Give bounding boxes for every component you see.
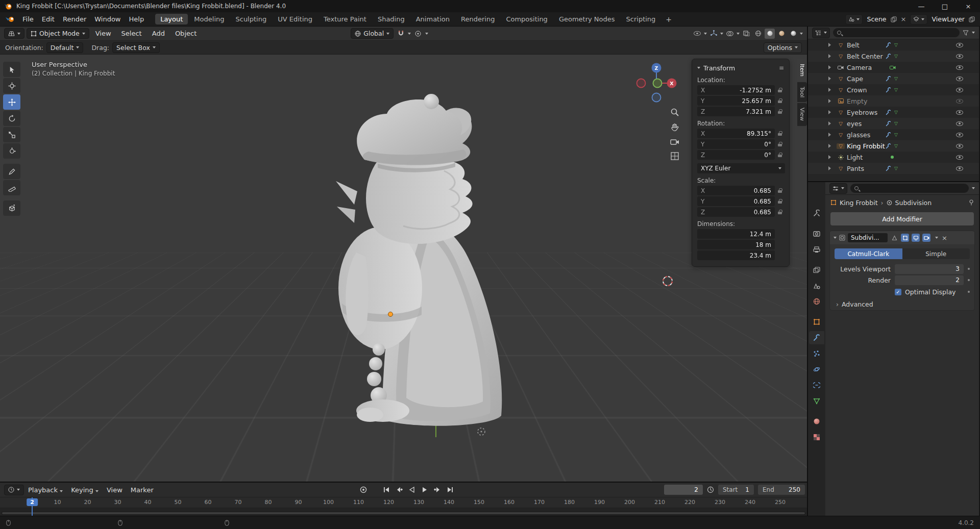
shading-options-dropdown[interactable] [800, 33, 803, 35]
timeline-track[interactable] [0, 508, 807, 516]
properties-tab-material[interactable] [809, 415, 824, 428]
expand-icon[interactable] [828, 43, 831, 47]
topbar-menu[interactable]: Window [90, 12, 125, 27]
hide-in-viewport-toggle[interactable] [956, 88, 963, 92]
transform-panel-header[interactable]: Transform ≡ [697, 63, 784, 73]
lock-icon[interactable] [778, 153, 782, 157]
animate-dot-icon[interactable] [968, 279, 970, 281]
expand-icon[interactable] [828, 121, 831, 125]
catmull-clark-button[interactable]: Catmull-Clark [835, 248, 902, 259]
unlink-scene-icon[interactable]: × [899, 15, 908, 23]
properties-tab-render[interactable] [809, 227, 824, 240]
levels-viewport-field[interactable]: 3 [895, 264, 964, 274]
workspace-tab[interactable]: Modeling [189, 14, 229, 24]
expand-icon[interactable] [828, 133, 831, 137]
viewlayer-browse-button[interactable] [910, 14, 927, 24]
expand-icon[interactable] [828, 88, 831, 92]
end-frame-field[interactable]: End250 [758, 485, 805, 495]
proportional-editing-toggle[interactable] [413, 29, 423, 39]
breadcrumb-object[interactable]: King Frobbit [840, 199, 878, 207]
chevron-down-icon[interactable] [720, 33, 723, 35]
scale-x-row[interactable]: X0.685 [697, 186, 784, 195]
playhead[interactable]: 2 [32, 497, 33, 516]
expand-icon[interactable] [828, 54, 831, 58]
properties-tab-output[interactable] [809, 243, 824, 256]
lock-icon[interactable] [778, 131, 782, 136]
dimensions-x-row[interactable]: 12.4 m [697, 229, 784, 239]
properties-editor-type-button[interactable] [829, 183, 847, 194]
workspace-tab[interactable]: Rendering [456, 14, 500, 24]
outliner-search-input[interactable] [833, 28, 960, 37]
scale-z-row[interactable]: Z0.685 [697, 207, 784, 217]
optimal-display-checkbox[interactable]: ✓ [895, 289, 901, 295]
outliner-item-light[interactable]: Light [808, 152, 979, 163]
expand-icon[interactable] [828, 155, 831, 159]
shading-solid-button[interactable] [765, 29, 775, 39]
orientation-dropdown[interactable]: Default [46, 42, 84, 53]
frame-ruler[interactable]: 1020304050607080901001101201301401501601… [0, 497, 807, 508]
editor-type-button[interactable] [4, 28, 24, 39]
blender-menu-icon[interactable] [5, 16, 15, 23]
copy-viewlayer-icon[interactable] [969, 16, 975, 22]
properties-tab-particles[interactable] [809, 347, 824, 360]
shading-material-button[interactable] [776, 29, 787, 39]
king-frobbit-model[interactable] [322, 84, 526, 441]
lock-icon[interactable] [778, 98, 782, 103]
playback-menu[interactable]: Playback [24, 486, 67, 494]
timeline-editor-type-button[interactable] [4, 485, 24, 495]
properties-tab-modifiers[interactable] [809, 331, 824, 344]
chevron-down-icon[interactable] [972, 32, 975, 34]
modifier-extras-dropdown[interactable] [935, 237, 938, 239]
hide-in-viewport-toggle[interactable] [956, 99, 963, 104]
advanced-section-toggle[interactable]: › Advanced [830, 298, 974, 310]
gizmo-negx-ball[interactable] [637, 79, 646, 88]
chevron-down-icon[interactable] [704, 33, 707, 35]
topbar-menu[interactable]: Edit [38, 12, 59, 27]
annotate-tool[interactable] [3, 164, 20, 179]
3d-view[interactable]: User Perspective (2) Collection | King F… [0, 55, 807, 482]
shading-rendered-button[interactable] [788, 29, 798, 39]
timeline-ruler-area[interactable]: 1020304050607080901001101201301401501601… [0, 497, 807, 516]
outliner-editor-type-button[interactable] [812, 28, 830, 38]
outliner-item-camera[interactable]: Camera [808, 62, 979, 73]
outliner-item-glasses[interactable]: ▽glasses▽ [808, 129, 979, 140]
timeline-scrollbar[interactable] [2, 512, 805, 515]
expand-icon[interactable] [828, 65, 831, 69]
outliner-item-eyes[interactable]: ▽eyes▽ [808, 118, 979, 129]
hide-in-viewport-toggle[interactable] [956, 121, 963, 126]
hide-in-viewport-toggle[interactable] [956, 65, 963, 70]
sidebar-tab[interactable]: Tool [797, 82, 807, 102]
lock-icon[interactable] [778, 199, 782, 204]
transform-orientation-selector[interactable]: Global [351, 28, 394, 39]
scene-name[interactable]: Scene [865, 15, 888, 23]
snap-toggle[interactable] [396, 29, 406, 39]
properties-search-input[interactable] [850, 184, 969, 193]
workspace-tab[interactable]: Compositing [501, 14, 553, 24]
gizmo-y-ball[interactable] [653, 79, 662, 88]
zoom-icon[interactable] [670, 108, 679, 117]
workspace-tab[interactable]: Layout [155, 14, 188, 24]
lock-icon[interactable] [778, 142, 782, 146]
workspace-tab[interactable]: Shading [373, 14, 410, 24]
proportional-options-dropdown[interactable] [425, 33, 428, 35]
properties-tab-scene[interactable] [809, 279, 824, 292]
keying-menu[interactable]: Keying [67, 486, 103, 494]
add-modifier-button[interactable]: Add Modifier [830, 212, 974, 225]
camera-view-icon[interactable] [670, 138, 679, 145]
cursor-tool[interactable] [3, 78, 20, 93]
panel-grip-icon[interactable]: ≡ [779, 64, 784, 71]
play-reverse-button[interactable] [406, 484, 418, 495]
rotate-tool[interactable] [3, 111, 20, 126]
preview-range-clock-icon[interactable] [707, 486, 714, 493]
viewport-menu[interactable]: Select [117, 30, 146, 37]
properties-tab-constraints[interactable] [809, 379, 824, 392]
workspace-tab[interactable]: Geometry Nodes [554, 14, 620, 24]
workspace-tab[interactable]: Animation [411, 14, 455, 24]
render-toggle[interactable] [922, 234, 930, 242]
expand-icon[interactable] [828, 110, 831, 114]
previous-keyframe-button[interactable] [393, 484, 405, 495]
hide-in-viewport-toggle[interactable] [956, 54, 963, 59]
mode-selector[interactable]: Object Mode [27, 28, 89, 39]
view-menu[interactable]: View [103, 486, 127, 494]
rotation-x-row[interactable]: X89.315° [697, 129, 784, 138]
